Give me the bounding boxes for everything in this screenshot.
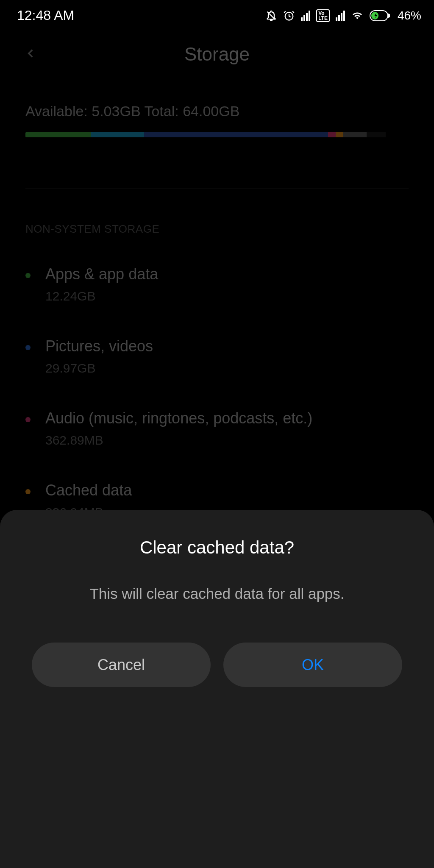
bar-segment-audio <box>328 132 336 137</box>
item-title: Cached data <box>45 481 409 499</box>
notification-off-icon <box>265 10 277 22</box>
ok-button[interactable]: OK <box>223 643 402 687</box>
wifi-icon <box>351 11 364 21</box>
bar-segment-cache <box>336 132 343 137</box>
dot-icon <box>25 345 31 350</box>
storage-summary: Available: 5.03GB Total: 64.00GB <box>0 82 434 150</box>
signal-icon <box>301 11 310 21</box>
dot-icon <box>25 417 31 422</box>
dot-icon <box>25 273 31 278</box>
dialog-buttons: Cancel OK <box>19 643 415 687</box>
storage-item-pictures[interactable]: Pictures, videos 29.97GB <box>25 320 409 392</box>
item-size: 362.89MB <box>45 433 409 448</box>
dialog-bottom <box>0 826 434 868</box>
bar-segment-apps <box>25 132 91 137</box>
chevron-left-icon <box>23 46 38 61</box>
storage-usage-bar <box>25 132 409 137</box>
back-button[interactable] <box>23 46 38 62</box>
item-title: Pictures, videos <box>45 337 409 355</box>
item-title: Apps & app data <box>45 265 409 283</box>
page-title: Storage <box>17 44 417 65</box>
item-title: Audio (music, ringtones, podcasts, etc.) <box>45 409 409 427</box>
item-size: 12.24GB <box>45 289 409 303</box>
volte-icon: VoLTE <box>316 9 330 22</box>
page-header: Storage <box>0 31 434 82</box>
dialog-message: This will clear cached data for all apps… <box>19 585 415 602</box>
storage-summary-text: Available: 5.03GB Total: 64.00GB <box>25 103 409 120</box>
bar-segment-dark <box>367 132 386 137</box>
bar-segment-cyan <box>91 132 145 137</box>
status-icons: VoLTE 46% <box>265 9 421 22</box>
bar-segment-free <box>386 132 409 137</box>
status-time: 12:48 AM <box>17 8 74 23</box>
item-size: 29.97GB <box>45 361 409 376</box>
dot-icon <box>25 489 31 494</box>
bar-segment-media <box>144 132 328 137</box>
section-header: NON-SYSTEM STORAGE <box>0 189 434 248</box>
cancel-button[interactable]: Cancel <box>32 643 211 687</box>
bar-segment-other <box>343 132 366 137</box>
storage-item-audio[interactable]: Audio (music, ringtones, podcasts, etc.)… <box>25 392 409 465</box>
storage-item-apps[interactable]: Apps & app data 12.24GB <box>25 248 409 320</box>
confirm-dialog: Clear cached data? This will clear cache… <box>0 510 434 826</box>
alarm-icon <box>283 10 295 22</box>
battery-charging-icon <box>370 10 390 21</box>
battery-percentage: 46% <box>398 9 421 22</box>
dialog-title: Clear cached data? <box>19 537 415 558</box>
signal-icon-2 <box>336 11 345 21</box>
status-bar: 12:48 AM VoLTE 46% <box>0 0 434 31</box>
